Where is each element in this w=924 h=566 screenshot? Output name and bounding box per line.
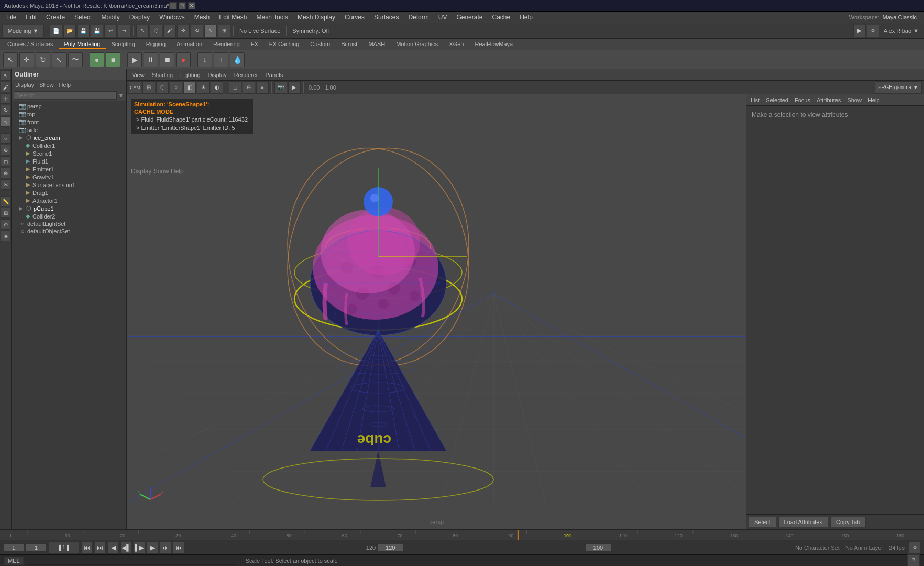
mel-label[interactable]: MEL xyxy=(4,557,24,565)
vp-isolate-btn[interactable]: ◻ xyxy=(229,81,241,94)
rp-menu-help[interactable]: Help xyxy=(866,96,882,104)
play-forward-btn[interactable]: ▌▶ xyxy=(134,542,145,553)
current-frame-start[interactable] xyxy=(3,543,24,552)
redo-btn[interactable]: ↪ xyxy=(118,25,130,37)
shelf-tab-fxcaching[interactable]: FX Caching xyxy=(264,40,304,49)
shelf-icon-rotate[interactable]: ↻ xyxy=(36,52,50,67)
tree-item-ice-cream[interactable]: ▶ ⬡ ice_cream xyxy=(12,134,126,142)
move-tool[interactable]: ✛ xyxy=(177,25,190,37)
vp-cam-select[interactable]: CAM xyxy=(129,81,141,94)
vp-shaded-btn[interactable]: ◧ xyxy=(183,81,196,94)
vp-all-btn[interactable]: ⊛ xyxy=(243,81,255,94)
lasso-tool[interactable]: ⬡ xyxy=(150,25,162,37)
tool-merge[interactable]: ⊗ xyxy=(1,168,11,178)
tree-item-collider2[interactable]: ◆ Collider2 xyxy=(12,212,126,220)
menu-mesh-tools[interactable]: Mesh Tools xyxy=(252,13,292,22)
menu-edit-mesh[interactable]: Edit Mesh xyxy=(215,13,251,22)
rp-menu-attributes[interactable]: Attributes xyxy=(815,96,843,104)
shelf-tab-rendering[interactable]: Rendering xyxy=(208,40,245,49)
shelf-icon-export[interactable]: ↑ xyxy=(214,52,228,67)
shelf-icon-import[interactable]: ↓ xyxy=(197,52,212,67)
tree-item-top[interactable]: 📷 top xyxy=(12,110,126,118)
outliner-menu-help[interactable]: Help xyxy=(58,81,73,89)
rotate-tool[interactable]: ↻ xyxy=(191,25,203,37)
next-frame-btn[interactable]: ▶ xyxy=(147,542,158,553)
tree-item-collider1[interactable]: ◆ Collider1 xyxy=(12,142,126,149)
menu-edit[interactable]: Edit xyxy=(21,13,41,22)
outliner-search-input[interactable] xyxy=(14,91,117,100)
menu-cache[interactable]: Cache xyxy=(488,13,514,22)
vp-colorspace-btn[interactable]: sRGB gamma ▼ xyxy=(875,81,922,94)
shelf-icon-cube[interactable]: ■ xyxy=(106,52,120,67)
fps-display[interactable]: 24 fps xyxy=(887,545,907,551)
menu-modify[interactable]: Modify xyxy=(97,13,124,22)
tool-extrude[interactable]: ◻ xyxy=(1,156,11,167)
save-as-btn[interactable]: 💾 xyxy=(91,25,103,37)
menu-deform[interactable]: Deform xyxy=(404,13,433,22)
vp-menu-view[interactable]: View xyxy=(129,71,148,79)
shelf-tab-poly[interactable]: Poly Modeling xyxy=(59,40,105,49)
menu-mesh[interactable]: Mesh xyxy=(190,13,214,22)
rp-menu-list[interactable]: List xyxy=(749,96,762,104)
tool-cut[interactable]: ✂ xyxy=(1,179,11,190)
rp-menu-show[interactable]: Show xyxy=(845,96,864,104)
shelf-icon-select[interactable]: ↖ xyxy=(3,52,18,67)
tool-xray[interactable]: ◈ xyxy=(1,231,11,241)
tool-rotate[interactable]: ↻ xyxy=(1,105,11,115)
shelf-icon-scale[interactable]: ⤡ xyxy=(52,52,67,67)
help-btn[interactable]: ? xyxy=(907,554,920,567)
shelf-tab-fx[interactable]: FX xyxy=(246,40,263,49)
tree-item-default-lightset[interactable]: ○ defaultLightSet xyxy=(12,220,126,227)
scale-tool[interactable]: ⤡ xyxy=(204,25,217,37)
shelf-tab-motiongraphics[interactable]: Motion Graphics xyxy=(391,40,443,49)
load-attributes-button[interactable]: Load Attributes xyxy=(778,517,828,527)
menu-uv[interactable]: UV xyxy=(434,13,452,22)
tool-grid[interactable]: ⊞ xyxy=(1,208,11,218)
tool-move[interactable]: ✛ xyxy=(1,93,11,104)
tree-item-fluid1[interactable]: ▶ Fluid1 xyxy=(12,157,126,165)
vp-menu-renderer[interactable]: Renderer xyxy=(231,71,261,79)
render-btn[interactable]: ▶ xyxy=(853,25,866,37)
open-btn[interactable]: 📂 xyxy=(63,25,76,37)
vp-anim-btn[interactable]: ▶ xyxy=(288,81,301,94)
menu-curves[interactable]: Curves xyxy=(340,13,369,22)
shelf-icon-fluid[interactable]: 💧 xyxy=(230,52,245,67)
close-button[interactable]: ✕ xyxy=(188,2,195,9)
render-settings[interactable]: ⚙ xyxy=(867,25,879,37)
rp-menu-focus[interactable]: Focus xyxy=(793,96,812,104)
vp-menu-panels[interactable]: Panels xyxy=(262,71,287,79)
menu-windows[interactable]: Windows xyxy=(155,13,189,22)
shelf-tab-rigging[interactable]: Rigging xyxy=(141,40,171,49)
timeline-ruler[interactable]: 1 10 20 30 40 50 60 70 80 90 101 110 120… xyxy=(0,529,924,540)
save-btn[interactable]: 💾 xyxy=(77,25,90,37)
shelf-tab-curves[interactable]: Curves / Surfaces xyxy=(2,40,58,49)
tree-item-surfacetension[interactable]: ▶ SurfaceTension1 xyxy=(12,181,126,189)
tree-item-drag1[interactable]: ▶ Drag1 xyxy=(12,189,126,197)
timeline-settings[interactable]: ⚙ xyxy=(908,541,921,554)
menu-file[interactable]: File xyxy=(2,13,20,22)
tree-item-persp[interactable]: 📷 persp xyxy=(12,102,126,110)
outliner-search-clear[interactable]: ▼ xyxy=(118,92,124,99)
tree-item-gravity1[interactable]: ▶ Gravity1 xyxy=(12,173,126,181)
current-frame-display[interactable] xyxy=(26,543,47,552)
goto-start-btn[interactable]: ⏮ xyxy=(81,542,93,553)
shelf-tab-custom[interactable]: Custom xyxy=(305,40,335,49)
shelf-tab-xgen[interactable]: XGen xyxy=(444,40,469,49)
tree-item-default-objectset[interactable]: ○ defaultObjectSet xyxy=(12,227,126,235)
tool-magnet[interactable]: ⊙ xyxy=(1,219,11,230)
copy-tab-button[interactable]: Copy Tab xyxy=(830,517,866,527)
shelf-icon-stop[interactable]: ⏹ xyxy=(160,52,174,67)
viewport-3d-canvas[interactable]: cube Simulation: 'SceneShape1': CACHE MO… xyxy=(127,94,746,529)
goto-end-btn[interactable]: ⏮ xyxy=(173,542,184,553)
universal-tool[interactable]: ⊞ xyxy=(218,25,230,37)
menu-create[interactable]: Create xyxy=(42,13,69,22)
undo-btn[interactable]: ↩ xyxy=(104,25,117,37)
vp-menu-lighting[interactable]: Lighting xyxy=(177,71,204,79)
shelf-tab-realflow[interactable]: RealFlowMaya xyxy=(469,40,518,49)
vp-smooth-btn[interactable]: ○ xyxy=(170,81,182,94)
shelf-icon-move[interactable]: ✛ xyxy=(19,52,34,67)
shelf-icon-pause[interactable]: ⏸ xyxy=(144,52,158,67)
tool-select[interactable]: ↖ xyxy=(1,70,11,81)
shelf-icon-record[interactable]: ● xyxy=(176,52,191,67)
menu-select[interactable]: Select xyxy=(70,13,96,22)
